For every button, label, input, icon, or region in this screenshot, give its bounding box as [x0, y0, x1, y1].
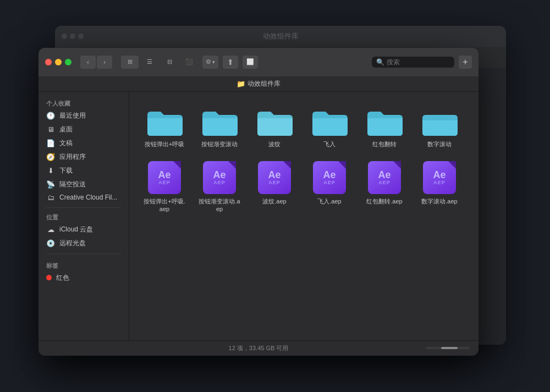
folder-icon-5	[420, 106, 459, 137]
aep-icon-11: Ae AEP	[423, 161, 456, 194]
tl-red[interactable]	[45, 59, 52, 65]
sidebar-item-remote-disc[interactable]: 💿 远程光盘	[38, 236, 129, 250]
file-item-10[interactable]: Ae AEP 红包翻转.aep	[360, 158, 409, 217]
sidebar-item-documents[interactable]: 📄 文稿	[38, 136, 129, 150]
folder-icon-3	[310, 106, 349, 137]
sidebar-item-recent[interactable]: 🕐 最近使用	[38, 109, 129, 123]
file-name-3: 飞入	[323, 140, 336, 148]
view-icon-column[interactable]: ⊟	[161, 56, 178, 69]
back-tl-red	[62, 34, 67, 39]
toolbar-icons: ⊞ ☰ ⊟ ⬛	[121, 56, 198, 69]
file-item-3[interactable]: 飞入	[305, 103, 354, 151]
view-icon-grid[interactable]: ⊞	[121, 56, 139, 69]
share-button[interactable]: ⬆	[223, 56, 238, 69]
documents-icon: 📄	[46, 139, 55, 147]
sidebar-item-tag-red-label: 红色	[56, 273, 69, 283]
scroll-thumb	[441, 347, 458, 349]
sidebar-item-airdrop[interactable]: 📡 隔空投送	[38, 178, 129, 191]
gear-dropdown-arrow: ▾	[212, 59, 215, 65]
file-name-5: 数字滚动	[427, 140, 452, 148]
tag-red-dot	[46, 275, 52, 280]
aep-ae-text-8: Ae	[268, 170, 280, 180]
folder-icon-1	[200, 106, 239, 137]
back-tl-yellow	[70, 34, 75, 39]
statusbar-text: 12 项，33.45 GB 可用	[229, 344, 289, 352]
sidebar: 个人收藏 🕐 最近使用 🖥 桌面 📄 文稿 🧭 应用程序	[38, 92, 129, 340]
traffic-lights	[45, 59, 72, 65]
tags-title: 标签	[38, 257, 129, 271]
file-item-5[interactable]: 数字滚动	[415, 103, 464, 151]
aep-ae-text-11: Ae	[433, 170, 446, 180]
file-name-11: 数字滚动.aep	[421, 197, 457, 205]
view-icon-list[interactable]: ☰	[141, 56, 158, 69]
aep-icon-7: Ae AEP	[203, 161, 236, 194]
file-name-9: 飞入.aep	[317, 197, 341, 205]
aep-icon-6: Ae AEP	[148, 161, 181, 194]
back-window-title: 动效组件库	[263, 31, 299, 41]
search-icon: 🔍	[376, 58, 384, 66]
file-item-0[interactable]: 按钮弹出+呼吸	[140, 103, 189, 151]
sidebar-item-desktop-label: 桌面	[59, 125, 73, 134]
aep-label-9: AEP	[323, 180, 336, 185]
aep-icon-8: Ae AEP	[258, 161, 291, 194]
creative-cloud-icon: 🗂	[46, 194, 55, 202]
folder-icon-0	[145, 106, 184, 137]
sidebar-item-applications[interactable]: 🧭 应用程序	[38, 150, 129, 164]
sidebar-item-downloads-label: 下载	[59, 166, 73, 175]
favorites-title: 个人收藏	[38, 97, 129, 109]
sidebar-item-tag-red[interactable]: 红色	[38, 271, 129, 285]
aep-label-10: AEP	[378, 180, 391, 185]
sidebar-item-applications-label: 应用程序	[59, 152, 86, 162]
sidebar-item-desktop[interactable]: 🖥 桌面	[38, 123, 129, 136]
gear-button[interactable]: ⚙ ▾	[202, 56, 218, 69]
downloads-icon: ⬇	[46, 167, 55, 175]
icloud-icon: ☁	[46, 225, 55, 234]
scroll-indicator	[426, 347, 470, 349]
sidebar-item-downloads[interactable]: ⬇ 下载	[38, 164, 129, 178]
tl-green[interactable]	[65, 59, 72, 65]
nav-arrows: ‹ ›	[80, 56, 112, 69]
aep-ae-text-7: Ae	[213, 170, 226, 180]
file-item-11[interactable]: Ae AEP 数字滚动.aep	[415, 158, 464, 217]
add-button[interactable]: +	[459, 56, 472, 69]
back-button[interactable]: ‹	[80, 56, 96, 69]
applications-icon: 🧭	[46, 153, 55, 161]
pathbar-folder-icon: 📁	[237, 80, 245, 88]
sidebar-divider-2	[46, 253, 121, 254]
file-name-2: 波纹	[268, 140, 280, 148]
tl-yellow[interactable]	[55, 59, 62, 65]
aep-icon-9: Ae AEP	[313, 161, 346, 194]
tags-button[interactable]: ⬜	[243, 56, 258, 69]
file-item-7[interactable]: Ae AEP 按钮渐变滚动.aep	[195, 158, 244, 217]
file-name-10: 红包翻转.aep	[366, 197, 402, 205]
sidebar-item-icloud[interactable]: ☁ iCloud 云盘	[38, 223, 129, 236]
file-name-1: 按钮渐变滚动	[201, 140, 238, 148]
back-titlebar: 动效组件库	[55, 26, 506, 47]
aep-label-8: AEP	[268, 180, 280, 185]
aep-label-6: AEP	[158, 180, 170, 185]
file-name-0: 按钮弹出+呼吸	[145, 140, 184, 148]
remote-disc-icon: 💿	[46, 239, 55, 247]
aep-label-7: AEP	[213, 180, 226, 185]
file-item-8[interactable]: Ae AEP 波纹.aep	[250, 158, 299, 217]
locations-title: 位置	[38, 211, 129, 223]
sidebar-item-creative-cloud[interactable]: 🗂 Creative Cloud Fil...	[38, 191, 129, 204]
file-name-6: 按钮弹出+呼吸.aep	[144, 197, 185, 213]
sidebar-item-airdrop-label: 隔空投送	[59, 180, 86, 189]
main-window: ‹ › ⊞ ☰ ⊟ ⬛ ⚙ ▾ ⬆ ⬜ 🔍 + 📁	[38, 48, 479, 356]
file-item-4[interactable]: 红包翻转	[360, 103, 409, 151]
airdrop-icon: 📡	[46, 180, 55, 189]
forward-button[interactable]: ›	[97, 56, 112, 69]
view-icon-cover[interactable]: ⬛	[180, 56, 198, 69]
content-area: 个人收藏 🕐 最近使用 🖥 桌面 📄 文稿 🧭 应用程序	[38, 92, 479, 340]
file-item-6[interactable]: Ae AEP 按钮弹出+呼吸.aep	[140, 158, 189, 217]
sidebar-item-remote-disc-label: 远程光盘	[59, 239, 86, 248]
search-input[interactable]	[387, 58, 450, 66]
file-item-9[interactable]: Ae AEP 飞入.aep	[305, 158, 354, 217]
recent-icon: 🕐	[46, 112, 55, 120]
sidebar-item-creative-cloud-label: Creative Cloud Fil...	[59, 194, 117, 201]
file-item-1[interactable]: 按钮渐变滚动	[195, 103, 244, 151]
file-item-2[interactable]: 波纹	[250, 103, 299, 151]
back-tl-green	[78, 34, 84, 39]
file-name-8: 波纹.aep	[262, 197, 286, 205]
